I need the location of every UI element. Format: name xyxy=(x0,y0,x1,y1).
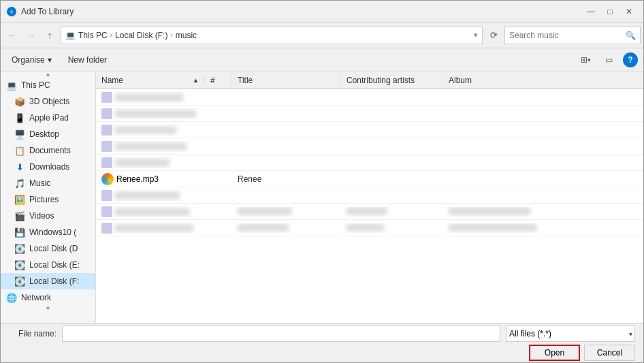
sidebar-item-documents[interactable]: 📋 Documents xyxy=(1,142,95,159)
file-icon-placeholder xyxy=(101,157,112,168)
sidebar-label-local-disk-e: Local Disk (E: xyxy=(29,260,80,270)
sidebar-label-apple-ipad: Apple iPad xyxy=(29,113,69,123)
table-row[interactable] xyxy=(96,204,643,220)
downloads-icon: ⬇ xyxy=(14,161,25,172)
blurred-artist xyxy=(347,207,387,215)
table-row[interactable] xyxy=(96,106,643,122)
sidebar-item-windows10[interactable]: 💾 Windows10 ( xyxy=(1,224,95,240)
sidebar-item-network[interactable]: 🌐 Network xyxy=(1,289,95,306)
minimize-button[interactable]: — xyxy=(582,3,600,20)
breadcrumb-this-pc[interactable]: 💻 This PC xyxy=(65,31,108,40)
pane-button[interactable]: ▭ xyxy=(600,51,617,69)
help-icon: ? xyxy=(628,55,632,65)
sidebar-item-3d-objects[interactable]: 📦 3D Objects xyxy=(1,93,95,110)
open-button[interactable]: Open xyxy=(529,345,580,361)
address-bar: ← → ↑ 💻 This PC › Local Disk (F:) › musi… xyxy=(1,22,643,48)
local-disk-e-icon: 💽 xyxy=(14,259,25,270)
windows10-icon: 💾 xyxy=(14,227,25,238)
sidebar-label-pictures: Pictures xyxy=(29,195,59,204)
dialog-icon: + xyxy=(6,6,17,17)
documents-icon: 📋 xyxy=(14,145,25,156)
refresh-button[interactable]: ⟳ xyxy=(485,27,502,44)
sidebar-label-downloads: Downloads xyxy=(29,162,69,172)
cancel-button[interactable]: Cancel xyxy=(584,345,635,361)
sidebar-item-desktop[interactable]: 🖥️ Desktop xyxy=(1,126,95,142)
sidebar-item-apple-ipad[interactable]: 📱 Apple iPad xyxy=(1,110,95,126)
this-pc-icon: 💻 xyxy=(6,80,17,91)
file-area: Name ▲ # Title Contributing artists Albu… xyxy=(96,72,643,323)
table-row[interactable] xyxy=(96,122,643,138)
sidebar-item-music[interactable]: 🎵 Music xyxy=(1,175,95,191)
blurred-filename xyxy=(115,191,180,200)
sidebar-label-3d-objects: 3D Objects xyxy=(29,97,69,106)
breadcrumb-music[interactable]: music xyxy=(176,31,197,40)
breadcrumb-local-disk[interactable]: Local Disk (F:) xyxy=(115,31,167,40)
close-button[interactable]: ✕ xyxy=(620,3,638,20)
filename-input[interactable] xyxy=(62,326,500,342)
view-icon-button[interactable]: ⊞ ▾ xyxy=(577,51,594,69)
table-row[interactable] xyxy=(96,220,643,236)
blurred-title xyxy=(238,207,292,215)
title-bar: + Add To Library — □ ✕ xyxy=(1,1,643,22)
sort-arrow: ▲ xyxy=(193,77,199,84)
sidebar-item-downloads[interactable]: ⬇ Downloads xyxy=(1,159,95,175)
column-title[interactable]: Title xyxy=(232,76,341,85)
table-row[interactable] xyxy=(96,138,643,155)
organise-button[interactable]: Organise ▾ xyxy=(6,51,57,69)
column-number[interactable]: # xyxy=(205,76,232,85)
main-area: ▲ 💻 This PC 📦 3D Objects 📱 Apple iPad 🖥️… xyxy=(1,72,643,323)
forward-button[interactable]: → xyxy=(22,27,39,44)
sidebar-label-local-disk-d: Local Disk (D xyxy=(29,244,78,253)
table-row[interactable]: Renee.mp3 Renee xyxy=(96,171,643,187)
filetype-select[interactable]: All files (*.*) Audio files MP3 files xyxy=(506,326,635,342)
up-button[interactable]: ↑ xyxy=(42,27,58,44)
blurred-album xyxy=(449,207,530,215)
back-button[interactable]: ← xyxy=(3,27,20,44)
sidebar-item-local-disk-e[interactable]: 💽 Local Disk (E: xyxy=(1,257,95,273)
table-row[interactable] xyxy=(96,187,643,204)
column-headers: Name ▲ # Title Contributing artists Albu… xyxy=(96,72,643,89)
scroll-up-indicator: ▲ xyxy=(1,72,95,77)
sidebar-item-videos[interactable]: 🎬 Videos xyxy=(1,208,95,224)
bottom-bar: File name: All files (*.*) Audio files M… xyxy=(1,323,643,362)
local-disk-f-icon: 💽 xyxy=(14,276,25,287)
sidebar-item-local-disk-f[interactable]: 💽 Local Disk (F: xyxy=(1,273,95,289)
sidebar-item-pictures[interactable]: 🖼️ Pictures xyxy=(1,191,95,208)
breadcrumb[interactable]: 💻 This PC › Local Disk (F:) › music ▾ xyxy=(61,27,483,44)
view-icon: ⊞ xyxy=(581,55,587,65)
track-title-renee: Renee xyxy=(232,174,341,184)
help-button[interactable]: ? xyxy=(623,52,638,67)
svg-text:+: + xyxy=(10,8,14,16)
column-name[interactable]: Name ▲ xyxy=(96,76,205,85)
blurred-filename xyxy=(115,142,187,151)
maximize-button[interactable]: □ xyxy=(601,3,619,20)
filename-renee: Renee.mp3 xyxy=(116,174,159,184)
pane-icon: ▭ xyxy=(605,55,613,65)
file-icon-placeholder xyxy=(101,108,112,119)
file-icon-placeholder xyxy=(101,92,112,103)
new-folder-button[interactable]: New folder xyxy=(63,51,112,69)
organise-arrow: ▾ xyxy=(48,55,52,65)
blurred-title2 xyxy=(238,223,289,232)
column-album[interactable]: Album xyxy=(443,76,643,85)
view-arrow: ▾ xyxy=(587,57,591,63)
breadcrumb-pc-label: This PC xyxy=(78,31,108,40)
column-artist[interactable]: Contributing artists xyxy=(341,76,443,85)
pc-icon: 💻 xyxy=(65,31,76,40)
sidebar-label-desktop: Desktop xyxy=(29,129,59,139)
breadcrumb-dropdown-icon[interactable]: ▾ xyxy=(474,31,478,40)
sidebar-item-this-pc[interactable]: 💻 This PC xyxy=(1,77,95,93)
sidebar-item-local-disk-d[interactable]: 💽 Local Disk (D xyxy=(1,240,95,257)
blurred-filename xyxy=(115,126,176,134)
file-icon-placeholder xyxy=(101,141,112,152)
blurred-artist2 xyxy=(347,223,384,232)
file-icon-placeholder xyxy=(101,190,112,201)
sidebar-label-network: Network xyxy=(21,293,51,302)
table-row[interactable] xyxy=(96,155,643,171)
sidebar-label-documents: Documents xyxy=(29,146,71,155)
apple-ipad-icon: 📱 xyxy=(14,112,25,123)
breadcrumb-sep-1: › xyxy=(110,31,112,39)
search-input[interactable] xyxy=(509,31,623,40)
blurred-filename xyxy=(115,93,183,101)
table-row[interactable] xyxy=(96,89,643,106)
